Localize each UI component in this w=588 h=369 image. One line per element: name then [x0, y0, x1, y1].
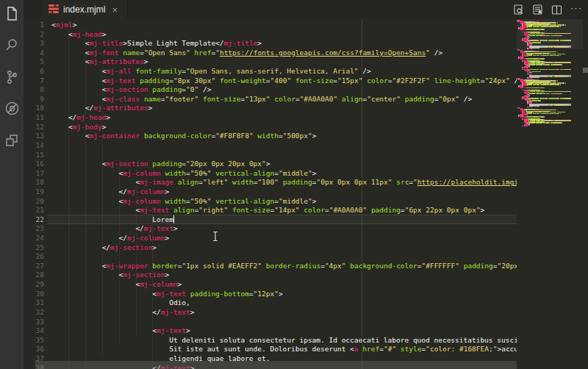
- search-icon: [4, 37, 19, 55]
- minimap-line: [556, 104, 563, 106]
- code-content[interactable]: <mjml> <mj-head> <mj-title>Simple Light …: [51, 21, 517, 369]
- code-line[interactable]: Odio,: [51, 298, 517, 308]
- minimap-line: [528, 37, 529, 39]
- sidebar-item-search[interactable]: [0, 34, 24, 58]
- minimap-line: [529, 37, 530, 38]
- split-editor-icon[interactable]: [550, 3, 563, 16]
- sidebar-item-extensions[interactable]: [0, 129, 24, 154]
- overview-ruler[interactable]: [583, 19, 588, 369]
- minimap-line: [562, 54, 565, 55]
- code-line[interactable]: <mj-attributes>: [51, 57, 517, 67]
- minimap-line: [531, 71, 537, 73]
- code-line[interactable]: [51, 252, 517, 262]
- code-line[interactable]: <mj-text padding="8px 30px" font-weight=…: [51, 76, 517, 86]
- code-line[interactable]: </mj-head>: [51, 113, 517, 123]
- minimap-line: [531, 100, 537, 101]
- code-line[interactable]: <mj-column>: [51, 280, 517, 290]
- minimap-line: [526, 87, 534, 89]
- minimap-line: [546, 122, 550, 123]
- minimap-line: [532, 35, 535, 37]
- minimap-line: [570, 104, 571, 106]
- code-line[interactable]: Ut deleniti soluta consectetur ipsam. Id…: [51, 336, 517, 345]
- code-line[interactable]: <mj-all font-family="Open Sans, sans-ser…: [51, 67, 517, 76]
- minimap-line: [529, 65, 530, 67]
- minimap-line: [529, 95, 530, 96]
- code-line[interactable]: <mj-text padding-bottom="12px">: [51, 290, 517, 299]
- minimap-line: [540, 122, 543, 123]
- minimap-line: [564, 104, 569, 106]
- minimap-line: [531, 40, 539, 41]
- line-number: 31: [24, 298, 44, 308]
- tab-close-icon[interactable]: ×: [110, 5, 120, 15]
- minimap-line: [540, 100, 541, 101]
- code-line[interactable]: <mj-section padding="0" />: [51, 85, 517, 95]
- minimap-line: [565, 24, 566, 26]
- code-line[interactable]: <mj-column width="50%" vertical-align="m…: [51, 169, 517, 179]
- line-number: 10: [24, 104, 44, 113]
- minimap-line: [531, 77, 532, 79]
- code-line[interactable]: <mjml>: [51, 21, 517, 30]
- code-line[interactable]: <mj-section>: [51, 271, 517, 280]
- sidebar-item-source-control[interactable]: [0, 66, 24, 90]
- code-line[interactable]: </mj-text>: [51, 224, 517, 234]
- line-number: 9: [24, 95, 44, 104]
- more-actions-icon[interactable]: ···: [569, 2, 585, 18]
- sidebar-item-explorer[interactable]: [0, 3, 24, 27]
- code-line[interactable]: [51, 318, 517, 327]
- code-line[interactable]: <mj-body>: [51, 123, 517, 132]
- horizontal-scrollbar[interactable]: [35, 361, 517, 369]
- minimap-line: [527, 26, 528, 28]
- minimap-line: [565, 82, 566, 84]
- code-line[interactable]: </mj-section>: [51, 243, 517, 253]
- extensions-icon: [4, 133, 19, 151]
- minimap-line: [564, 46, 569, 48]
- code-line[interactable]: <mj-image align="left" width="100" paddi…: [51, 178, 517, 187]
- minimap-line: [531, 42, 537, 43]
- open-preview-to-side-icon[interactable]: [531, 3, 544, 16]
- code-line[interactable]: </mj-column>: [51, 234, 517, 243]
- minimap-line: [527, 126, 528, 127]
- code-line[interactable]: [51, 141, 517, 151]
- minimap-line: [560, 113, 561, 115]
- code-line[interactable]: <mj-text align="right" font-size="14px" …: [51, 206, 517, 215]
- minimap-line: [534, 116, 537, 118]
- line-number: 19: [24, 187, 44, 197]
- minimap-line: [545, 33, 553, 35]
- code-line[interactable]: <mj-text>: [51, 326, 517, 336]
- code-line[interactable]: <mj-head>: [51, 30, 517, 40]
- tab-index-mjml[interactable]: index.mjml ×: [43, 0, 128, 19]
- code-line[interactable]: </mj-attributes>: [51, 104, 517, 113]
- code-line[interactable]: <mj-title>Simple Light Template</mj-titl…: [51, 39, 517, 49]
- minimap-line: [528, 66, 529, 68]
- minimap-line: [551, 76, 553, 77]
- code-line[interactable]: <mj-column width="50%" vertical-align="m…: [51, 197, 517, 207]
- code-line[interactable]: </mj-column>: [51, 187, 517, 197]
- minimap-line: [520, 87, 526, 89]
- minimap-line: [555, 91, 571, 93]
- sidebar-item-debug[interactable]: [0, 98, 24, 122]
- minimap-line: [537, 84, 540, 85]
- code-line[interactable]: [51, 151, 517, 160]
- line-number: 27: [24, 262, 44, 271]
- open-preview-icon[interactable]: [512, 3, 525, 16]
- code-line[interactable]: <mj-class name="footer" font-size="13px"…: [51, 95, 517, 104]
- code-line[interactable]: <mj-font name="Open Sans" href="https://…: [51, 49, 517, 58]
- minimap-line: [529, 123, 530, 125]
- code-line[interactable]: <mj-section padding="20px 0px 20px 0px">: [51, 160, 517, 169]
- minimap-line: [562, 122, 562, 123]
- minimap-line: [545, 69, 548, 71]
- code-line[interactable]: <mj-container background-color="#F8F8F8"…: [51, 132, 517, 141]
- code-line[interactable]: Lorem: [51, 215, 517, 225]
- minimap-line: [557, 22, 558, 24]
- code-line[interactable]: <mj-wrapper border="1px solid #EAEFF2" b…: [51, 262, 517, 271]
- code-line[interactable]: </mj-text>: [51, 308, 517, 318]
- minimap-line: [562, 64, 562, 65]
- minimap[interactable]: [517, 19, 583, 369]
- minimap-line: [553, 122, 562, 123]
- minimap-line: [527, 114, 528, 115]
- minimap-line: [557, 84, 559, 85]
- line-number: 8: [24, 85, 44, 95]
- code-editor[interactable]: 1234567891011121314151617181920212223242…: [24, 19, 588, 369]
- code-line[interactable]: Sit iste aut sunt unde. Doloribus deseru…: [51, 345, 517, 354]
- minimap-line: [526, 51, 531, 53]
